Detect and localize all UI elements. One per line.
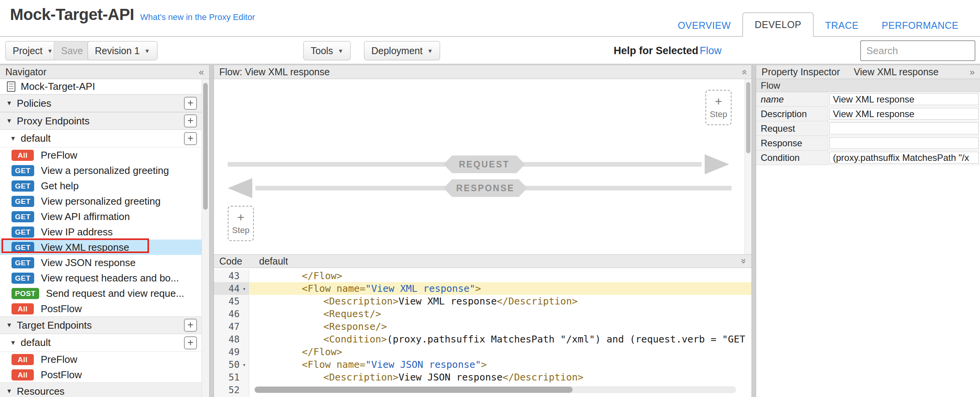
property-value-field[interactable] bbox=[829, 122, 979, 134]
caret-down-icon[interactable]: ▼ bbox=[6, 100, 12, 107]
whats-new-link[interactable]: What's new in the Proxy Editor bbox=[140, 12, 255, 22]
nav-flow-view-xml-response[interactable]: GETView XML response bbox=[0, 240, 202, 255]
add-button[interactable]: + bbox=[184, 97, 197, 110]
nav-item-label: Target Endpoints bbox=[17, 319, 92, 331]
property-inspector-subtitle: View XML response bbox=[854, 66, 939, 78]
gutter-line: 48 bbox=[214, 333, 249, 346]
response-arrow-icon bbox=[228, 178, 252, 198]
code-horizontal-scrollbar-thumb[interactable] bbox=[255, 387, 573, 393]
search-input[interactable] bbox=[860, 40, 975, 61]
code-line[interactable]: <Flow name="View XML response"> bbox=[250, 282, 752, 295]
navigator-scrollbar[interactable] bbox=[202, 79, 209, 397]
nav-flow-view-json-response[interactable]: GETView JSON response bbox=[0, 255, 202, 270]
caret-down-icon[interactable]: ▼ bbox=[10, 135, 16, 142]
code-line[interactable]: <Flow name="View JSON response"> bbox=[250, 358, 752, 371]
nav-flow-get-help[interactable]: GETGet help bbox=[0, 178, 202, 194]
expand-right-icon[interactable]: » bbox=[970, 67, 975, 78]
code-lines[interactable]: </Flow><Flow name="View XML response"><D… bbox=[250, 270, 752, 397]
property-value-cell bbox=[828, 136, 980, 150]
nav-section-resources[interactable]: ▼Resources bbox=[0, 382, 202, 397]
property-label: Response bbox=[756, 136, 828, 150]
nav-flow-send-request-and-view-reque[interactable]: POSTSend request and view reque... bbox=[0, 286, 202, 301]
nav-root-mock-target-api[interactable]: Mock-Target-API bbox=[0, 79, 202, 94]
property-label: Condition bbox=[756, 151, 828, 165]
caret-down-icon[interactable]: ▼ bbox=[6, 117, 12, 124]
code-line[interactable]: </Flow> bbox=[250, 270, 752, 282]
caret-down-icon[interactable]: ▼ bbox=[6, 388, 12, 395]
add-button[interactable]: + bbox=[184, 132, 197, 145]
property-value-field[interactable]: View XML response bbox=[829, 93, 979, 105]
nav-item-label: View a personalized greeting bbox=[41, 165, 169, 177]
code-token: <Flow name= bbox=[302, 283, 366, 294]
tab-develop[interactable]: DEVELOP bbox=[742, 12, 814, 37]
collapse-left-icon[interactable]: « bbox=[199, 67, 204, 78]
code-horizontal-scrollbar[interactable] bbox=[255, 386, 736, 393]
navigator-header: Navigator « bbox=[0, 65, 209, 79]
code-line[interactable]: <Description>View XML response</Descript… bbox=[250, 295, 752, 308]
code-token: > bbox=[481, 359, 487, 370]
tab-overview[interactable]: OVERVIEW bbox=[666, 14, 742, 37]
save-button[interactable]: Save bbox=[54, 41, 90, 60]
code-token: > bbox=[475, 283, 481, 294]
nav-section-proxy-endpoints[interactable]: ▼Proxy Endpoints+ bbox=[0, 112, 202, 130]
tab-trace[interactable]: TRACE bbox=[814, 14, 870, 37]
code-token: <Description> bbox=[323, 372, 399, 383]
code-line[interactable]: <Condition>(proxy.pathsuffix MatchesPath… bbox=[250, 333, 752, 346]
line-number: 48 bbox=[214, 334, 240, 345]
revision-dropdown[interactable]: Revision 1 ▼ bbox=[88, 41, 157, 60]
nav-section-policies[interactable]: ▼Policies+ bbox=[0, 94, 202, 112]
fold-toggle-icon[interactable]: ▾ bbox=[240, 362, 249, 368]
help-flow-link[interactable]: Flow bbox=[700, 45, 722, 57]
collapse-down-icon[interactable]: » bbox=[738, 258, 749, 263]
nav-flow-view-ip-address[interactable]: GETView IP address bbox=[0, 224, 202, 240]
code-header: Code default » bbox=[214, 254, 752, 268]
tab-performance[interactable]: PERFORMANCE bbox=[870, 14, 970, 37]
caret-down-icon[interactable]: ▼ bbox=[6, 322, 12, 329]
flow-scrollbar[interactable] bbox=[745, 79, 752, 254]
nav-flow-postflow[interactable]: AllPostFlow bbox=[0, 301, 202, 316]
deployment-dropdown[interactable]: Deployment ▼ bbox=[364, 41, 440, 60]
code-token: (proxy.pathsuffix MatchesPath "/xml") an… bbox=[387, 334, 745, 345]
property-value-field[interactable] bbox=[829, 137, 979, 149]
project-dropdown[interactable]: Project ▼ bbox=[5, 41, 60, 60]
inspector-row-name: nameView XML response bbox=[756, 92, 980, 107]
add-step-button-response[interactable]: + Step bbox=[228, 206, 254, 241]
nav-flow-view-a-personalized-greeting[interactable]: GETView a personalized greeting bbox=[0, 163, 202, 178]
nav-flow-view-request-headers-and-bo[interactable]: GETView request headers and bo... bbox=[0, 270, 202, 286]
caret-down-icon[interactable]: ▼ bbox=[10, 339, 16, 346]
code-line[interactable]: <Response/> bbox=[250, 320, 752, 333]
code-token: View XML response bbox=[399, 296, 497, 307]
nav-flow-view-api-affirmation[interactable]: GETView API affirmation bbox=[0, 209, 202, 224]
property-inspector-panel: Property Inspector View XML response » F… bbox=[756, 65, 980, 397]
property-inspector-body: Flow nameView XML responseDescriptionVie… bbox=[756, 79, 980, 397]
nav-endpoint-default[interactable]: ▼default+ bbox=[0, 334, 202, 352]
code-token: "View XML response" bbox=[366, 283, 475, 294]
code-editor[interactable]: 4344▾454647484950▾5152 </Flow><Flow name… bbox=[214, 268, 752, 397]
flow-title: Flow: View XML response bbox=[219, 66, 330, 78]
property-value-field[interactable]: View XML response bbox=[829, 108, 979, 120]
tools-dropdown[interactable]: Tools ▼ bbox=[303, 41, 351, 60]
flow-scrollbar-thumb[interactable] bbox=[746, 82, 750, 153]
code-gutter: 4344▾454647484950▾5152 bbox=[214, 270, 249, 397]
fold-toggle-icon[interactable]: ▾ bbox=[240, 286, 249, 292]
nav-flow-postflow[interactable]: AllPostFlow bbox=[0, 367, 202, 382]
add-button[interactable]: + bbox=[184, 319, 197, 332]
code-token: </Flow> bbox=[302, 270, 342, 281]
code-line[interactable]: </Flow> bbox=[250, 346, 752, 358]
navigator-scrollbar-thumb[interactable] bbox=[203, 83, 208, 210]
add-button[interactable]: + bbox=[184, 114, 197, 127]
method-badge: POST bbox=[12, 288, 39, 299]
add-button[interactable]: + bbox=[184, 336, 197, 349]
gutter-line: 46 bbox=[214, 308, 249, 320]
code-line[interactable]: <Description>View JSON response</Descrip… bbox=[250, 371, 752, 384]
save-button-label: Save bbox=[61, 45, 83, 56]
add-step-button-request[interactable]: + Step bbox=[705, 90, 732, 125]
nav-section-target-endpoints[interactable]: ▼Target Endpoints+ bbox=[0, 316, 202, 334]
nav-flow-view-personalized-greeting[interactable]: GETView personalized greeting bbox=[0, 194, 202, 209]
nav-flow-preflow[interactable]: AllPreFlow bbox=[0, 147, 202, 163]
collapse-up-icon[interactable]: » bbox=[738, 69, 749, 74]
property-value-field[interactable]: (proxy.pathsuffix MatchesPath "/x bbox=[829, 152, 979, 164]
code-line[interactable]: <Request/> bbox=[250, 308, 752, 320]
nav-endpoint-default[interactable]: ▼default+ bbox=[0, 130, 202, 147]
nav-flow-preflow[interactable]: AllPreFlow bbox=[0, 352, 202, 367]
